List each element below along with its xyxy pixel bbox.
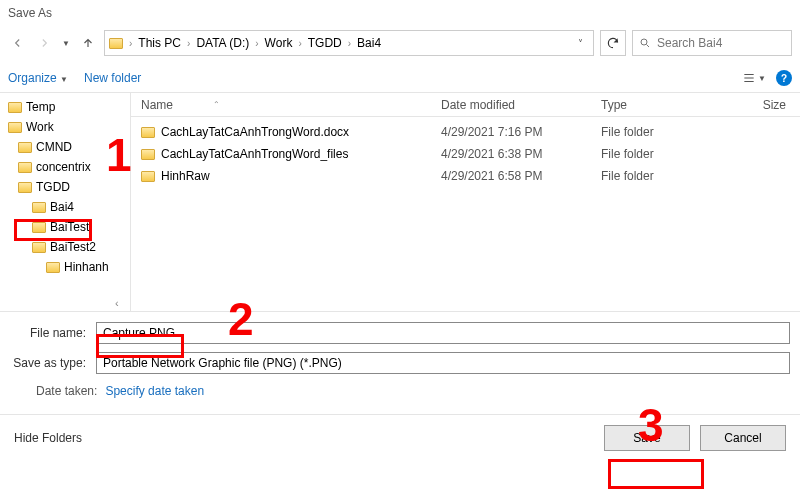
chevron-right-icon: ›	[294, 38, 305, 49]
filename-input[interactable]	[96, 322, 790, 344]
column-headers[interactable]: Name⌃ Date modified Type Size	[131, 93, 800, 117]
refresh-button[interactable]	[600, 30, 626, 56]
chevron-right-icon: ›	[125, 38, 136, 49]
search-placeholder: Search Bai4	[657, 36, 722, 50]
folder-icon	[32, 222, 46, 233]
folder-icon	[32, 202, 46, 213]
sort-chevron-icon: ⌃	[213, 100, 220, 109]
folder-icon	[18, 162, 32, 173]
folder-icon	[32, 242, 46, 253]
search-input[interactable]: Search Bai4	[632, 30, 792, 56]
tree-item-baitest2[interactable]: BaiTest2	[0, 237, 130, 257]
file-row[interactable]: CachLayTatCaAnhTrongWord.docx 4/29/2021 …	[131, 121, 800, 143]
savetype-select[interactable]	[96, 352, 790, 374]
folder-icon	[109, 38, 123, 49]
date-taken-label: Date taken:	[36, 384, 97, 398]
col-date[interactable]: Date modified	[431, 98, 591, 112]
file-row[interactable]: CachLayTatCaAnhTrongWord_files 4/29/2021…	[131, 143, 800, 165]
folder-icon	[141, 171, 155, 182]
savetype-label: Save as type:	[10, 356, 96, 370]
view-mode-button[interactable]: ▼	[742, 71, 766, 85]
crumb-work[interactable]: Work	[263, 36, 295, 50]
nav-row: ▼ › This PC › DATA (D:) › Work › TGDD › …	[0, 26, 800, 64]
file-row[interactable]: HinhRaw 4/29/2021 6:58 PM File folder	[131, 165, 800, 187]
tree-item-cmnd[interactable]: CMND	[0, 137, 130, 157]
crumb-this-pc[interactable]: This PC	[136, 36, 183, 50]
cancel-button[interactable]: Cancel	[700, 425, 786, 451]
col-type[interactable]: Type	[591, 98, 701, 112]
forward-button[interactable]	[34, 33, 54, 53]
folder-icon	[141, 127, 155, 138]
chevron-right-icon: ›	[183, 38, 194, 49]
crumb-bai4[interactable]: Bai4	[355, 36, 383, 50]
save-button[interactable]: Save	[604, 425, 690, 451]
col-size[interactable]: Size	[701, 98, 800, 112]
tree-item-bai4[interactable]: Bai4	[0, 197, 130, 217]
tree-item-temp[interactable]: Temp	[0, 97, 130, 117]
help-icon[interactable]: ?	[776, 70, 792, 86]
address-dropdown[interactable]: ˅	[572, 38, 589, 49]
folder-icon	[18, 142, 32, 153]
save-form: File name: Save as type: Date taken: Spe…	[0, 311, 800, 414]
tree-item-work[interactable]: Work	[0, 117, 130, 137]
tree-item-concentrix[interactable]: concentrix	[0, 157, 130, 177]
tree-item-baitest[interactable]: BaiTest	[0, 217, 130, 237]
new-folder-button[interactable]: New folder	[84, 71, 141, 85]
up-button[interactable]	[78, 33, 98, 53]
annotation-box-3	[608, 459, 704, 489]
search-icon	[639, 37, 651, 49]
crumb-drive[interactable]: DATA (D:)	[194, 36, 251, 50]
crumb-tgdd[interactable]: TGDD	[306, 36, 344, 50]
recent-dropdown[interactable]: ▼	[60, 33, 72, 53]
scroll-left-icon[interactable]: ‹	[115, 297, 119, 309]
date-taken-link[interactable]: Specify date taken	[105, 384, 204, 398]
dialog-footer: Hide Folders Save Cancel	[0, 414, 800, 461]
chevron-right-icon: ›	[251, 38, 262, 49]
folder-icon	[141, 149, 155, 160]
organize-menu[interactable]: Organize ▼	[8, 71, 68, 85]
toolbar: Organize ▼ New folder ▼ ?	[0, 64, 800, 93]
filename-label: File name:	[10, 326, 96, 340]
tree-item-hinhanh[interactable]: Hinhanh	[0, 257, 130, 277]
folder-icon	[8, 102, 22, 113]
col-name[interactable]: Name	[141, 98, 173, 112]
tree-item-tgdd[interactable]: TGDD	[0, 177, 130, 197]
hide-folders-button[interactable]: Hide Folders	[14, 431, 82, 445]
folder-icon	[18, 182, 32, 193]
chevron-right-icon: ›	[344, 38, 355, 49]
back-button[interactable]	[8, 33, 28, 53]
address-bar[interactable]: › This PC › DATA (D:) › Work › TGDD › Ba…	[104, 30, 594, 56]
folder-icon	[46, 262, 60, 273]
file-list: Name⌃ Date modified Type Size CachLayTat…	[130, 93, 800, 311]
svg-point-0	[641, 39, 647, 45]
folder-tree[interactable]: Temp Work CMND concentrix TGDD Bai4 BaiT…	[0, 93, 130, 311]
folder-icon	[8, 122, 22, 133]
window-title: Save As	[0, 0, 800, 26]
